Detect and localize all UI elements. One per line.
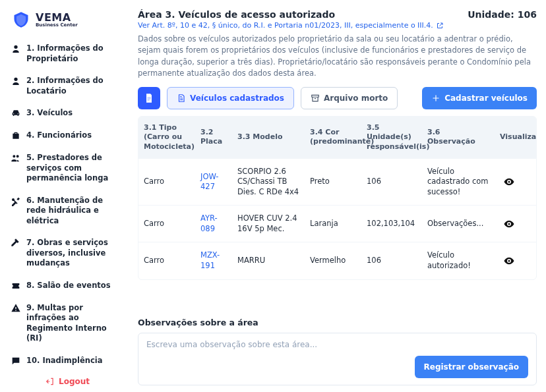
document-icon [144,93,154,103]
nav: 1. Informações do Proprietário2. Informa… [7,40,129,370]
cell-modelo: MARRU [232,248,305,274]
sidebar-item-label: 1. Informações do Proprietário [26,43,125,64]
ticket-icon [11,281,21,291]
observations-title: Observações sobre a área [138,318,537,327]
view-button[interactable] [495,247,524,275]
cell-obs: Observações... [422,211,495,237]
tools-icon [11,196,21,206]
view-button[interactable] [495,210,524,238]
sidebar-item-8[interactable]: 9. Multas por infrações ao Regimento Int… [7,299,129,348]
vehicles-table: 3.1 Tipo (Carro ou Motocicleta) 3.2 Plac… [138,116,537,280]
cell-modelo: SCORPIO 2.6 CS/Chassi TB Dies. C RDe 4x4 [232,159,305,206]
sidebar-item-7[interactable]: 8. Salão de eventos [7,277,129,295]
group-icon [11,153,21,163]
cell-obs: Veículo autorizado! [422,242,495,279]
sidebar-item-label: 10. Inadimplência [26,356,125,366]
chat-icon [11,356,21,366]
cell-tipo: Carro [138,211,195,237]
tab-registered-label: Veículos cadastrados [190,94,284,103]
brand-tagline: Business Center [36,23,78,28]
col-unidade: 3.5 Unidade(s) responsável(is) [361,117,422,158]
col-view: Visualizar [495,126,524,148]
plus-icon [431,94,440,103]
archive-icon [311,94,320,103]
submit-observation-label: Registrar observação [424,362,519,372]
toolbar: Veículos cadastrados Arquivo morto Cadas… [138,87,537,109]
tab-archived-label: Arquivo morto [324,94,388,103]
sidebar-item-label: 9. Multas por infrações ao Regimento Int… [26,303,125,344]
main: Área 3. Veículos de acesso autorizado Un… [135,0,546,392]
unit-label: Unidade: 106 [468,9,537,20]
table-header: 3.1 Tipo (Carro ou Motocicleta) 3.2 Plac… [138,117,536,158]
sidebar-item-5[interactable]: 6. Manutenção de rede hidráulica e elétr… [7,192,129,231]
sidebar-item-3[interactable]: 4. Funcionários [7,126,129,145]
sidebar: VEMA Business Center 1. Informações do P… [0,0,135,392]
col-cor: 3.4 Cor (predominante) [305,121,361,154]
cell-placa[interactable]: MZX-191 [195,242,232,279]
list-icon [177,94,186,103]
cell-cor: Preto [305,169,361,195]
brand-name: VEMA [36,13,78,23]
warning-icon [11,303,21,314]
hammer-icon [11,238,21,248]
logout-icon [46,377,55,386]
view-button[interactable] [495,168,524,196]
sidebar-item-9[interactable]: 10. Inadimplência [7,352,129,370]
user-icon [11,76,21,86]
cell-cor: Vermelho [305,248,361,274]
table-row: CarroMZX-191MARRUVermelho106Veículo auto… [138,242,536,279]
observations-box: Registrar observação [138,333,537,385]
add-vehicle-label: Cadastrar veículos [444,94,528,103]
tab-registered[interactable]: Veículos cadastrados [167,87,294,109]
reference-text: Ver Art. 8º, 10 e 42, § único, do R.I. e… [138,21,433,30]
table-row: CarroAYR-089HOVER CUV 2.4 16V 5p Mec.Lar… [138,205,536,242]
cell-tipo: Carro [138,169,195,195]
sidebar-item-2[interactable]: 3. Veículos [7,104,129,123]
observations-section: Observações sobre a área Registrar obser… [138,307,537,385]
cell-unidade: 106 [361,169,422,195]
observations-input[interactable] [146,340,528,349]
cell-placa[interactable]: AYR-089 [195,206,232,242]
sidebar-item-label: 2. Informações do Locatário [26,76,125,96]
briefcase-icon [11,130,21,141]
sidebar-item-label: 4. Funcionários [26,130,125,141]
car-icon [11,108,21,119]
sidebar-item-label: 6. Manutenção de rede hidráulica e elétr… [26,196,125,227]
page-description: Dados sobre os veículos autorizados pelo… [138,34,537,79]
sidebar-item-4[interactable]: 5. Prestadores de serviços com permanênc… [7,149,129,188]
cell-placa[interactable]: JOW-427 [195,164,232,200]
document-button[interactable] [138,87,160,109]
add-vehicle-button[interactable]: Cadastrar veículos [422,87,537,109]
col-modelo: 3.3 Modelo [232,126,305,148]
sidebar-item-0[interactable]: 1. Informações do Proprietário [7,40,129,68]
col-obs: 3.6 Observação [422,121,495,154]
cell-unidade: 102,103,104 [361,211,422,237]
cell-obs: Veículo cadastrado com sucesso! [422,159,495,206]
logo: VEMA Business Center [7,8,129,38]
cell-unidade: 106 [361,248,422,274]
cell-tipo: Carro [138,248,195,274]
col-tipo: 3.1 Tipo (Carro ou Motocicleta) [138,117,195,158]
logo-icon [12,11,30,29]
col-placa: 3.2 Placa [195,121,232,154]
cell-cor: Laranja [305,211,361,237]
external-link-icon [436,22,444,30]
table-row: CarroJOW-427SCORPIO 2.6 CS/Chassi TB Die… [138,158,536,206]
reference-link[interactable]: Ver Art. 8º, 10 e 42, § único, do R.I. e… [138,21,537,30]
cell-modelo: HOVER CUV 2.4 16V 5p Mec. [232,206,305,242]
tab-archived[interactable]: Arquivo morto [301,87,398,109]
submit-observation-button[interactable]: Registrar observação [415,356,528,378]
sidebar-item-label: 8. Salão de eventos [26,281,125,291]
sidebar-item-label: 5. Prestadores de serviços com permanênc… [26,153,125,184]
sidebar-item-label: 3. Veículos [26,108,125,119]
page-title: Área 3. Veículos de acesso autorizado [138,9,335,20]
sidebar-item-label: 7. Obras e serviços diversos, inclusive … [26,238,125,269]
logout-button[interactable]: Logout [32,370,103,392]
user-icon [11,43,21,54]
sidebar-item-6[interactable]: 7. Obras e serviços diversos, inclusive … [7,234,129,273]
logout-label: Logout [59,377,90,386]
sidebar-item-1[interactable]: 2. Informações do Locatário [7,72,129,100]
